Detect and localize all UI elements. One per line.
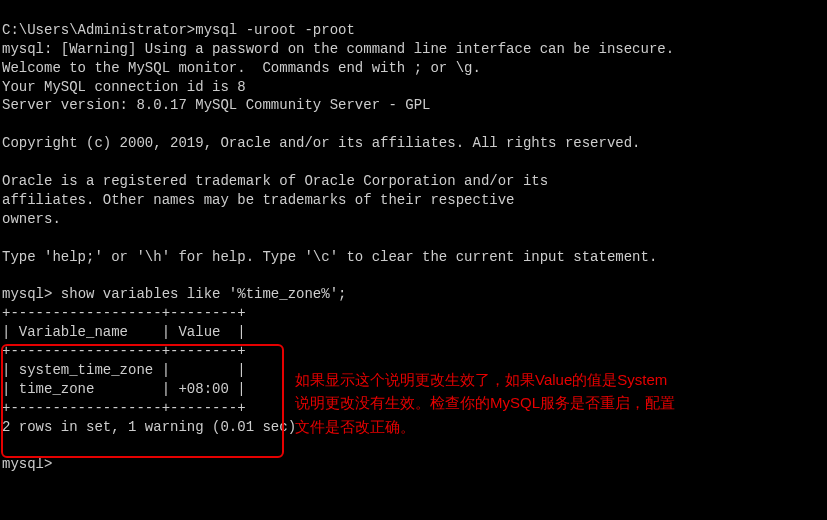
trademark-line-3: owners. — [2, 211, 61, 227]
mysql-prompt[interactable]: mysql> — [2, 456, 52, 472]
table-header-row: | Variable_name | Value | — [2, 324, 246, 340]
mysql-warning: mysql: [Warning] Using a password on the… — [2, 41, 674, 57]
table-row: | system_time_zone | | — [2, 362, 246, 378]
welcome-line-1: Welcome to the MySQL monitor. Commands e… — [2, 60, 481, 76]
terminal-output: C:\Users\Administrator>mysql -uroot -pro… — [0, 0, 827, 520]
annotation-line-3: 文件是否改正确。 — [295, 415, 815, 438]
annotation-line-1: 如果显示这个说明更改生效了，如果Value的值是System — [295, 368, 815, 391]
sql-query[interactable]: show variables like '%time_zone%'; — [52, 286, 346, 302]
mysql-prompt: mysql> — [2, 286, 52, 302]
table-divider-bot: +------------------+--------+ — [2, 400, 246, 416]
table-divider-top: +------------------+--------+ — [2, 305, 246, 321]
trademark-line-2: affiliates. Other names may be trademark… — [2, 192, 514, 208]
annotation-text: 如果显示这个说明更改生效了，如果Value的值是System 说明更改没有生效。… — [295, 368, 815, 438]
copyright-line: Copyright (c) 2000, 2019, Oracle and/or … — [2, 135, 641, 151]
welcome-line-3: Server version: 8.0.17 MySQL Community S… — [2, 97, 430, 113]
annotation-line-2: 说明更改没有生效。检查你的MySQL服务是否重启，配置 — [295, 391, 815, 414]
trademark-line-1: Oracle is a registered trademark of Orac… — [2, 173, 548, 189]
help-line: Type 'help;' or '\h' for help. Type '\c'… — [2, 249, 657, 265]
rows-summary: 2 rows in set, 1 warning (0.01 sec) — [2, 419, 296, 435]
login-command[interactable]: mysql -uroot -proot — [195, 22, 355, 38]
welcome-line-2: Your MySQL connection id is 8 — [2, 79, 246, 95]
shell-prompt: C:\Users\Administrator> — [2, 22, 195, 38]
table-divider-mid: +------------------+--------+ — [2, 343, 246, 359]
table-row: | time_zone | +08:00 | — [2, 381, 246, 397]
